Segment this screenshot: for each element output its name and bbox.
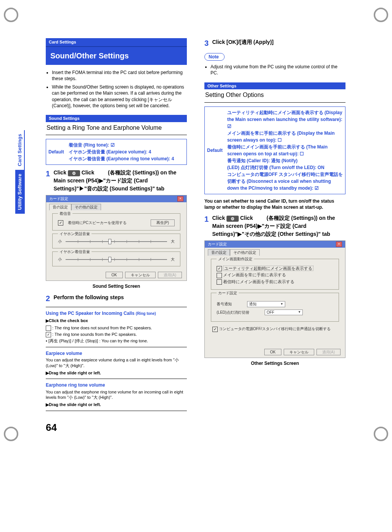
step-2: 2 Perform the following steps: [46, 293, 187, 304]
default-body: 着信音 (Ring tone): ☑ イヤホン受信音量 (Earpiece vo…: [66, 139, 177, 164]
pc-speaker-heading: Using the PC Speaker for Incoming Calls …: [46, 310, 187, 316]
tab-other[interactable]: その他の設定: [71, 204, 101, 210]
default-label: Default: [205, 107, 225, 194]
action-click-checkbox: ▶Click the check box: [46, 318, 187, 324]
other-default-box: Default ユーティリティ起動時にメイン画面を表示する (Display t…: [204, 106, 345, 194]
earphone-desc: You can adjust the earphone ring tone vo…: [46, 389, 187, 401]
binder-ring: [4, 8, 18, 22]
chevron-down-icon: ▼: [298, 310, 301, 314]
earphone-heading: Earphone ring tone volume: [46, 382, 187, 388]
slider-low: 小: [58, 257, 62, 262]
sound-default-box: Default 着信音 (Ring tone): ☑ イヤホン受信音量 (Ear…: [46, 139, 187, 165]
chevron-down-icon: ▼: [280, 302, 283, 306]
checkbox-checked-icon: ✓: [46, 332, 51, 337]
group-ringtone: 着信音: [58, 211, 72, 216]
sound-other-settings-heading: Sound/Other Settings: [46, 47, 187, 65]
ok-button[interactable]: OK: [264, 349, 281, 356]
cancel-button[interactable]: キャンセル: [284, 349, 314, 356]
cb-label: メイン画面を常に手前に表示する: [223, 272, 286, 277]
sound-setting-screenshot: カード設定 × 音の設定 その他の設定 着信音 ✓ 着信時にPCスピーカーを使用…: [46, 195, 187, 281]
default-body: ユーティリティ起動時にメイン画面を表示する (Display the Main …: [225, 107, 345, 194]
step-text: Click ⚙ Click (各種設定 (Settings)) on the M…: [212, 214, 338, 238]
side-tabs: Card Settings Utility Software: [15, 130, 25, 214]
pc-speaker-checkbox[interactable]: ✓: [58, 220, 63, 226]
group-earphone: イヤホン着信音量: [58, 249, 92, 255]
step-number: 2: [46, 293, 50, 304]
action-drag-slide: ▶Drag the slide right or left.: [46, 402, 187, 408]
tab-other[interactable]: その他の設定: [230, 249, 260, 256]
cb-label: 着信時にPCスピーカーを使用する: [68, 220, 127, 226]
window-title: カード設定: [208, 242, 227, 247]
binder-ring: [374, 8, 388, 22]
tab-sound[interactable]: 音の設定: [49, 204, 71, 210]
apply-button[interactable]: 適用(A): [316, 349, 341, 356]
step-number: 1: [46, 169, 50, 179]
cb-launch[interactable]: ✓: [217, 266, 222, 271]
desc-text: : The ring tone does not sound from the …: [52, 326, 152, 330]
step-text: Perform the following steps: [53, 293, 179, 301]
binder-ring: [4, 427, 18, 441]
slider-low: 小: [58, 239, 62, 244]
step-1-other: 1 Click ⚙ Click (各種設定 (Settings)) on the…: [204, 214, 345, 238]
window-title: カード設定: [49, 196, 68, 202]
earpiece-desc: You can adjust the earpiece volume durin…: [46, 357, 187, 369]
side-tab-utility-software: Utility Software: [15, 170, 25, 214]
bullet-item: While the Sound/Other Setting screen is …: [52, 84, 187, 109]
screenshot-caption: Other Settings Screen: [204, 360, 345, 366]
note-text: Adjust ring volume from the PC using the…: [210, 64, 345, 76]
binder-ring: [374, 427, 388, 441]
bullet-item: Insert the FOMA terminal into the PC car…: [52, 69, 187, 82]
apply-button[interactable]: 適用(A): [158, 272, 182, 279]
step-text: Click [OK]/[適用 (Apply)]: [212, 38, 338, 46]
right-column: 3 Click [OK]/[適用 (Apply)] Note Adjust ri…: [204, 34, 345, 414]
page: Card Settings Utility Software Card Sett…: [0, 0, 392, 449]
caller-id-label: 番号通知: [217, 301, 232, 307]
window-titlebar: カード設定 ×: [46, 195, 186, 202]
group-main-screen: メイン画面動作設定: [217, 256, 254, 262]
other-settings-heading: Setting Other Options: [204, 89, 345, 103]
caller-id-dropdown[interactable]: 通知▼: [247, 301, 285, 307]
note-label: Note: [204, 53, 225, 61]
cb-ontop[interactable]: [217, 273, 222, 278]
step-number: 3: [204, 38, 209, 48]
gear-icon: ⚙: [227, 216, 239, 222]
group-card: カード設定: [217, 290, 239, 296]
other-settings-screenshot: カード設定 × 音の設定 その他の設定 メイン画面動作設定 ✓ ユーティリティ起…: [204, 240, 345, 358]
sound-settings-tag: Sound Settings: [46, 115, 187, 122]
led-dropdown[interactable]: OFF▼: [265, 310, 303, 316]
cb-label: コンピュータの電源OFF/スタンバイ移行時に音声通話を切断する: [219, 327, 331, 331]
step-number: 1: [204, 214, 209, 224]
play-button[interactable]: 再生(P): [151, 219, 175, 226]
slider-high: 大: [171, 257, 175, 262]
gear-icon: ⚙: [68, 170, 80, 176]
default-label: Default: [46, 139, 66, 164]
checkbox-empty-icon: [46, 326, 51, 331]
window-titlebar: カード設定 ×: [205, 241, 345, 248]
cancel-button[interactable]: キャンセル: [125, 272, 156, 279]
cb-label: 着信時にメイン画面を手前に表示する: [223, 279, 294, 284]
earpiece-heading: Earpiece volume: [46, 350, 187, 356]
other-settings-tag: Other Settings: [204, 82, 345, 90]
action-drag-slide: ▶Drag the slide right or left.: [46, 370, 187, 376]
led-label: (LED)点灯消灯切替: [217, 310, 249, 315]
page-number: 64: [46, 422, 358, 434]
cb-disconnect[interactable]: ✓: [212, 327, 218, 332]
intro-bullets: Insert the FOMA terminal into the PC car…: [46, 69, 187, 109]
screenshot-caption: Sound Setting Screen: [46, 283, 187, 289]
earpiece-slider[interactable]: [66, 241, 167, 242]
cb-incoming[interactable]: [217, 279, 222, 285]
sound-settings-heading: Setting a Ring Tone and Earphone Volume: [46, 122, 187, 135]
ok-button[interactable]: OK: [106, 272, 122, 279]
slider-high: 大: [171, 239, 175, 244]
desc-text: : The ring tone sounds from the PC speak…: [52, 332, 137, 337]
close-icon[interactable]: ×: [336, 242, 342, 247]
earphone-slider[interactable]: [66, 259, 167, 260]
play-stop-note: • [再生 (Play)] / [停止 (Stop)] : You can tr…: [46, 338, 187, 344]
close-icon[interactable]: ×: [177, 196, 183, 202]
cb-label: ユーティリティ起動時にメイン画面を表示する: [223, 266, 313, 271]
step-1: 1 Click ⚙ Click (各種設定 (Settings)) on the…: [46, 169, 187, 193]
other-intro: You can set whether to send Caller ID, t…: [204, 198, 345, 210]
side-tab-card-settings: Card Settings: [15, 130, 25, 170]
card-settings-tag: Card Settings: [46, 38, 187, 47]
tab-sound[interactable]: 音の設定: [208, 249, 230, 256]
